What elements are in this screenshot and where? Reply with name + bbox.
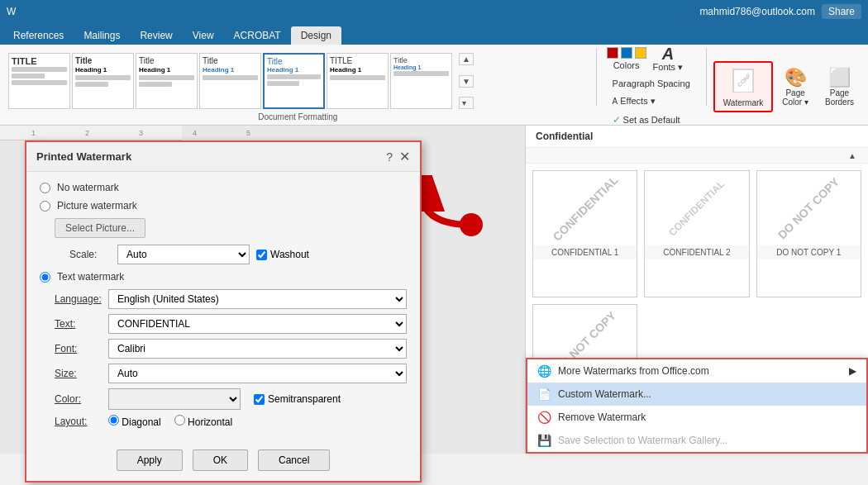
language-select[interactable]: English (United States) [108, 289, 407, 309]
diagonal-radio[interactable] [108, 415, 119, 426]
save-selection-item: 💾 Save Selection to Watermark Gallery... [527, 429, 866, 452]
no-watermark-label[interactable]: No watermark [40, 182, 119, 193]
horizontal-radio[interactable] [174, 415, 185, 426]
horizontal-option[interactable]: Horizontal [174, 415, 232, 428]
document-area: 1 2 3 4 5 Printed Watermark ? ✕ No wate [0, 126, 525, 454]
style-item-6[interactable]: Title Heading 1 [390, 53, 452, 109]
remove-watermark-icon: 🚫 [537, 411, 551, 424]
remove-watermark-item[interactable]: 🚫 Remove Watermark [527, 406, 866, 429]
picture-watermark-content: Select Picture... Scale: Auto Washout [55, 218, 407, 264]
dialog-body: No watermark Picture watermark Select Pi… [26, 172, 420, 443]
text-label: Text: [55, 318, 108, 330]
language-row: Language: English (United States) [55, 289, 407, 309]
ruler-4: 4 [193, 129, 197, 137]
font-select[interactable]: Calibri [108, 339, 407, 359]
style-item-5[interactable]: TITLE Heading 1 [327, 53, 389, 109]
wm-item-confidential-1[interactable]: CONFIDENTIAL CONFIDENTIAL 1 [532, 170, 637, 297]
tab-review[interactable]: Review [130, 26, 182, 45]
tab-design[interactable]: Design [291, 26, 341, 45]
dialog-footer: Apply OK Cancel [26, 443, 420, 481]
ruler-5: 5 [246, 129, 250, 137]
page-color-button[interactable]: 🎨 PageColor ▾ [775, 63, 816, 111]
wm-text-conf-2: CONFIDENTIAL [666, 178, 727, 238]
page-borders-icon: ⬜ [828, 67, 851, 88]
picture-watermark-label[interactable]: Picture watermark [40, 200, 137, 212]
paragraph-spacing-button[interactable]: Paragraph Spacing [607, 76, 696, 91]
diagonal-option[interactable]: Diagonal [108, 415, 161, 428]
wm-text-dnc-1: DO NOT COPY [775, 175, 842, 242]
dialog-title-bar: Printed Watermark ? ✕ [26, 142, 420, 172]
style-item-2[interactable]: Title Heading 1 [136, 53, 198, 109]
share-btn[interactable]: Share [822, 4, 861, 19]
context-menu: 🌐 More Watermarks from Office.com ▶ 📄 Cu… [526, 358, 868, 454]
wm-preview-do-not-copy-1: DO NOT COPY [757, 171, 861, 245]
apply-button[interactable]: Apply [117, 449, 183, 471]
size-label: Size: [55, 368, 108, 379]
dialog-title: Printed Watermark [36, 150, 131, 163]
user-email: mahmid786@outlook.com [699, 6, 815, 17]
wm-item-do-not-copy-1[interactable]: DO NOT COPY DO NOT COPY 1 [756, 170, 861, 297]
save-selection-icon: 💾 [537, 434, 551, 447]
select-picture-button[interactable]: Select Picture... [55, 218, 145, 238]
page-borders-button[interactable]: ⬜ PageBorders [818, 63, 861, 111]
color-row: Color: Semitransparent [55, 388, 407, 410]
style-item-title[interactable]: TITLE [8, 53, 70, 109]
no-watermark-radio[interactable] [40, 183, 50, 193]
gallery-scroll-up[interactable]: ▲ [459, 53, 474, 65]
scale-label: Scale: [69, 249, 111, 260]
text-watermark-label[interactable]: Text watermark [40, 271, 124, 283]
gallery-scroll-up-btn[interactable]: ▲ [848, 151, 856, 160]
text-watermark-radio[interactable] [40, 272, 50, 283]
washout-checkbox[interactable] [256, 250, 267, 260]
svg-point-3 [460, 213, 483, 236]
scale-row: Scale: Auto Washout [69, 245, 407, 264]
tab-mailings[interactable]: Mailings [74, 26, 130, 45]
effects-button[interactable]: A Effects ▾ [607, 93, 696, 109]
tab-view[interactable]: View [183, 26, 224, 45]
wm-gallery-header: Confidential [526, 126, 868, 148]
style-item-4-highlighted[interactable]: Title Heading 1 [263, 53, 325, 109]
text-select[interactable]: CONFIDENTIAL [108, 314, 407, 334]
cancel-button[interactable]: Cancel [258, 449, 330, 471]
colors-button[interactable]: Colors [613, 60, 640, 70]
wm-label-confidential-1: CONFIDENTIAL 1 [533, 245, 637, 259]
color-label: Color: [55, 393, 108, 405]
styles-gallery-area: TITLE Title Heading 1 Title Heading 1 [3, 48, 593, 111]
more-watermarks-item[interactable]: 🌐 More Watermarks from Office.com ▶ [527, 359, 866, 383]
wm-label-do-not-copy-1: DO NOT COPY 1 [757, 245, 861, 259]
washout-check: Washout [256, 249, 309, 260]
semitransparent-checkbox[interactable] [254, 394, 265, 405]
style-item-3[interactable]: Title Heading 1 [199, 53, 261, 109]
font-label: Font: [55, 343, 108, 354]
layout-row: Layout: Diagonal Horizontal [55, 415, 407, 428]
ruler-2: 2 [85, 129, 89, 137]
gallery-more[interactable]: ▾ [459, 97, 474, 109]
scale-select[interactable]: Auto [117, 245, 250, 264]
gallery-scroll-down[interactable]: ▼ [459, 75, 474, 88]
custom-watermark-item[interactable]: 📄 Custom Watermark... [527, 383, 866, 406]
style-item-1[interactable]: Title Heading 1 [72, 53, 134, 109]
tab-acrobat[interactable]: ACROBAT [224, 26, 291, 45]
fonts-button[interactable]: Fonts ▾ [653, 62, 684, 73]
wm-preview-confidential-1: CONFIDENTIAL [533, 171, 637, 245]
more-watermarks-icon: 🌐 [537, 364, 551, 378]
no-watermark-row: No watermark [40, 182, 407, 193]
ruler-3: 3 [139, 129, 143, 137]
watermark-label: Watermark [723, 98, 764, 107]
dialog-help-icon[interactable]: ? [386, 150, 393, 164]
picture-watermark-radio[interactable] [40, 201, 50, 212]
size-select[interactable]: Auto [108, 364, 407, 383]
dialog-close-button[interactable]: ✕ [399, 149, 410, 164]
ribbon-tabs: References Mailings Review View ACROBAT … [0, 23, 868, 45]
printed-watermark-dialog: Printed Watermark ? ✕ No watermark [25, 140, 422, 483]
doc-format-label: Document Formatting [3, 111, 593, 125]
color-select[interactable] [108, 388, 241, 410]
ok-button[interactable]: OK [193, 449, 248, 471]
wm-item-confidential-2[interactable]: CONFIDENTIAL CONFIDENTIAL 2 [644, 170, 749, 297]
layout-options: Diagonal Horizontal [108, 415, 232, 428]
watermark-button[interactable]: CONF Watermark [713, 61, 774, 112]
tab-references[interactable]: References [3, 26, 74, 45]
title-bar-left: W [7, 6, 16, 17]
size-row: Size: Auto [55, 364, 407, 383]
layout-label: Layout: [55, 416, 108, 427]
